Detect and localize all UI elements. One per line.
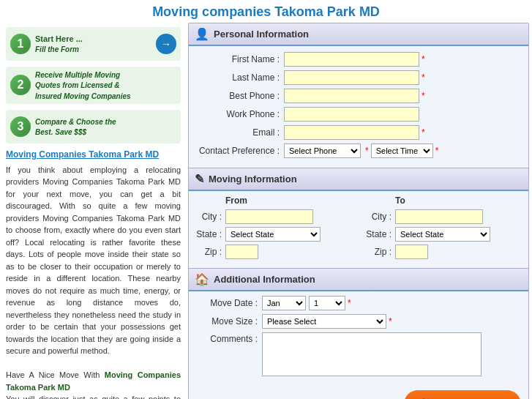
move-size-required: * — [389, 316, 392, 327]
work-phone-row: Work Phone : — [196, 107, 521, 122]
email-required: * — [422, 127, 425, 138]
work-phone-input[interactable] — [284, 107, 419, 122]
first-name-input[interactable] — [284, 52, 419, 67]
moving-info-title: Moving Information — [209, 174, 297, 184]
personal-info-header: 👤 Personal Information — [189, 23, 528, 46]
email-row: Email : * — [196, 125, 521, 140]
to-city-row: City : — [366, 209, 521, 224]
step-1-line1: Start Here ... — [35, 34, 83, 43]
moving-info-icon: ✎ — [195, 172, 204, 186]
moving-info-section: From City : State : Select State Alabama… — [189, 191, 528, 268]
from-zip-label: Zip : — [196, 247, 225, 257]
get-quotes-row: Get Quotes — [189, 386, 528, 399]
step-3-number: 3 — [10, 116, 31, 137]
step-2-line1: Receive Multiple Moving — [35, 71, 120, 79]
get-quotes-button[interactable]: Get Quotes — [404, 390, 521, 399]
comments-row: Comments : — [196, 332, 521, 376]
to-city-label: City : — [366, 212, 395, 222]
last-name-row: Last Name : * — [196, 70, 521, 85]
last-name-label: Last Name : — [196, 72, 284, 83]
step-3-text: Compare & Choose the Best. Save $$$ — [35, 116, 176, 138]
step-1-line2: Fill the Form — [35, 45, 79, 53]
first-name-row: First Name : * — [196, 52, 521, 67]
sidebar-link[interactable]: Moving Companies Takoma Park MD — [6, 149, 181, 160]
additional-info-icon: 🏠 — [195, 272, 209, 286]
personal-info-title: Personal Information — [214, 29, 309, 40]
best-phone-required: * — [422, 91, 425, 101]
comments-label: Comments : — [196, 332, 262, 344]
to-zip-row: Zip : — [366, 245, 521, 259]
to-state-label: State : — [366, 229, 395, 239]
email-label: Email : — [196, 127, 284, 138]
from-zip-row: Zip : — [196, 245, 351, 259]
step-2-line2: Quotes from Licensed & — [35, 81, 120, 89]
step-2-line3: Insured Moving Companies — [35, 92, 131, 100]
contact-pref-row: Contact Preference : Select Phone Phone … — [196, 143, 521, 158]
move-date-row: Move Date : JanFebMarApr MayJunJulAug Se… — [196, 296, 521, 310]
from-state-row: State : Select State AlabamaAlaskaArizon… — [196, 227, 351, 242]
step-2-number: 2 — [10, 75, 31, 95]
last-name-input[interactable] — [284, 70, 419, 85]
last-name-required: * — [422, 72, 425, 83]
from-city-label: City : — [196, 212, 225, 222]
move-size-row: Move Size : Please Select Studio 1 Bedro… — [196, 314, 521, 329]
step-1-text: Start Here ... Fill the Form — [35, 34, 153, 55]
additional-info-section: Move Date : JanFebMarApr MayJunJulAug Se… — [189, 291, 528, 386]
from-zip-input[interactable] — [225, 245, 258, 259]
contact-time-required: * — [435, 146, 439, 156]
to-column: To City : State : Select State AlabamaAl… — [366, 195, 521, 262]
step-3-line1: Compare & Choose the — [35, 118, 116, 126]
contact-pref-label: Contact Preference : — [196, 146, 284, 156]
from-state-select[interactable]: Select State AlabamaAlaskaArizona Califo… — [225, 227, 321, 242]
move-date-label: Move Date : — [196, 298, 262, 308]
main-layout: 1 Start Here ... Fill the Form → 2 Recei… — [0, 23, 532, 399]
contact-phone-select[interactable]: Select Phone Phone Email — [284, 143, 361, 158]
contact-time-select[interactable]: Select Time Morning Afternoon Evening — [371, 143, 433, 158]
best-phone-row: Best Phone : * — [196, 89, 521, 103]
move-size-label: Move Size : — [196, 316, 262, 327]
comments-textarea[interactable] — [262, 332, 482, 376]
work-phone-label: Work Phone : — [196, 109, 284, 119]
sidebar-footer-text1: Have A Nice Move With — [6, 370, 105, 379]
personal-info-section: First Name : * Last Name : * Best Phone … — [189, 46, 528, 168]
from-city-input[interactable] — [225, 209, 313, 224]
page-title: Moving companies Takoma Park MD — [0, 0, 532, 23]
to-zip-label: Zip : — [366, 247, 395, 257]
move-date-month-select[interactable]: JanFebMarApr MayJunJulAug SepOctNovDec — [262, 296, 306, 310]
moving-columns: From City : State : Select State Alabama… — [196, 195, 521, 262]
move-size-select[interactable]: Please Select Studio 1 Bedroom 2 Bedroom… — [262, 314, 386, 329]
left-sidebar: 1 Start Here ... Fill the Form → 2 Recei… — [0, 23, 187, 399]
personal-info-icon: 👤 — [195, 27, 209, 41]
to-state-row: State : Select State AlabamaAlaskaArizon… — [366, 227, 521, 242]
step-1-box: 1 Start Here ... Fill the Form → — [6, 27, 181, 61]
first-name-label: First Name : — [196, 54, 284, 64]
step-1-arrow: → — [156, 34, 176, 54]
first-name-required: * — [422, 54, 425, 64]
step-1-number: 1 — [10, 34, 31, 54]
contact-phone-required: * — [365, 146, 369, 156]
to-city-input[interactable] — [395, 209, 483, 224]
sidebar-paragraph-text: If you think about employing a relocatin… — [6, 165, 181, 356]
step-3-line2: Best. Save $$$ — [35, 128, 86, 136]
sidebar-paragraph: If you think about employing a relocatin… — [6, 164, 181, 399]
move-date-day-select[interactable]: 12345 678910 1112131415 1617181920 21222… — [309, 296, 345, 310]
contact-pref-selects: Select Phone Phone Email * Select Time M… — [284, 143, 438, 158]
to-state-select[interactable]: Select State AlabamaAlaskaArizona Califo… — [395, 227, 490, 242]
step-3-box: 3 Compare & Choose the Best. Save $$$ — [6, 110, 181, 143]
sidebar-paragraph2: You will discover just as quite a few po… — [6, 395, 181, 399]
email-input[interactable] — [284, 125, 419, 140]
best-phone-input[interactable] — [284, 89, 419, 103]
from-state-label: State : — [196, 229, 225, 239]
step-2-text: Receive Multiple Moving Quotes from Lice… — [35, 70, 176, 101]
to-header: To — [366, 195, 521, 206]
from-header: From — [196, 195, 351, 206]
best-phone-label: Best Phone : — [196, 91, 284, 101]
additional-info-header: 🏠 Additional Information — [189, 269, 528, 291]
right-panel: 👤 Personal Information First Name : * La… — [188, 23, 529, 399]
from-column: From City : State : Select State Alabama… — [196, 195, 351, 262]
to-zip-input[interactable] — [395, 245, 428, 259]
from-city-row: City : — [196, 209, 351, 224]
move-date-required: * — [348, 298, 351, 308]
additional-info-title: Additional Information — [214, 274, 315, 285]
step-2-box: 2 Receive Multiple Moving Quotes from Li… — [6, 67, 181, 104]
